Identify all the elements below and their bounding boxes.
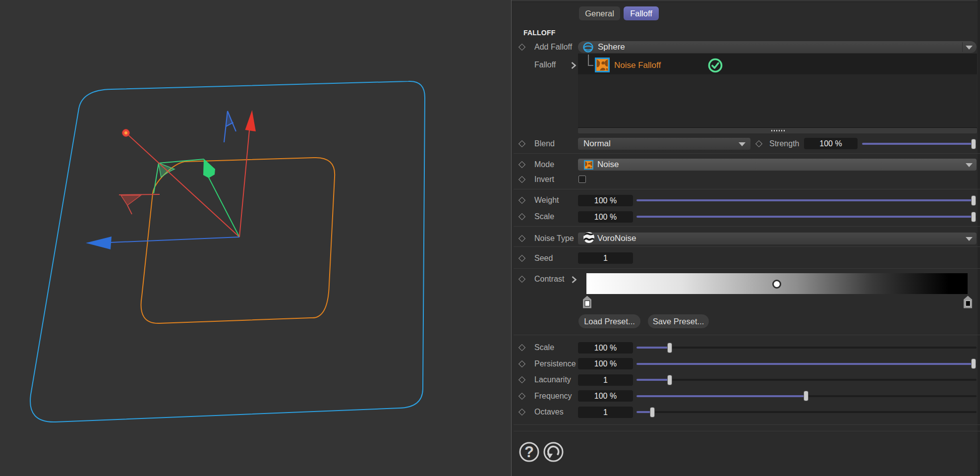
svg-text:?: ? xyxy=(524,443,534,461)
